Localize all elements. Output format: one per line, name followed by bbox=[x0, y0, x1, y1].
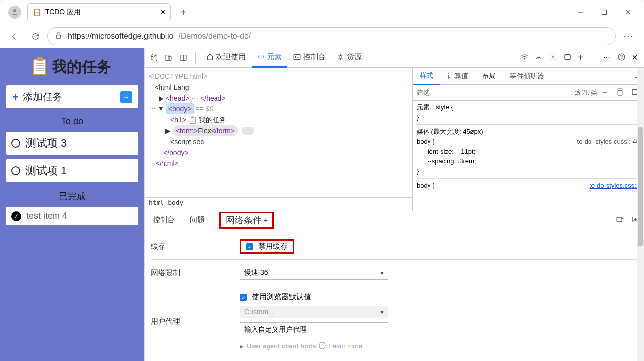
row-user-agent: 用户代理 ✓ 使用浏览器默认值 Custom... ▾ 输入自定义用户代理 bbox=[151, 286, 638, 357]
close-tab-icon[interactable]: × bbox=[161, 8, 165, 17]
chevron-right-icon[interactable]: ▸ bbox=[240, 342, 244, 351]
checkbox-checked-icon: ✓ bbox=[246, 243, 253, 250]
address-bar[interactable]: https://microsoftedge.github.io/Demos/de… bbox=[47, 27, 616, 45]
tab-elements[interactable]: 元素 bbox=[252, 48, 287, 68]
plus-icon: + bbox=[264, 216, 268, 224]
task-label: 测试项 3 bbox=[25, 136, 67, 151]
browser-menu-button[interactable]: ⋯ bbox=[619, 27, 639, 45]
svg-rect-20 bbox=[618, 89, 622, 95]
panel-icon[interactable] bbox=[563, 53, 572, 63]
drawer-tab-network-conditions[interactable]: 网络条件 + bbox=[215, 210, 278, 231]
devtools-drawer: 控制台 问题 网络条件 + 缓存 bbox=[145, 211, 644, 361]
add-task-input[interactable]: + 添加任务 → bbox=[6, 85, 138, 108]
styles-filter-input[interactable]: 筛选 bbox=[417, 88, 567, 97]
source-link[interactable]: to-do-styles.css:1 bbox=[590, 181, 640, 191]
clear-icon[interactable] bbox=[616, 215, 624, 225]
ua-default-checkbox[interactable]: ✓ 使用浏览器默认值 bbox=[240, 292, 311, 302]
tab-sources[interactable]: 货源 bbox=[331, 48, 367, 68]
todo-section-label: To do bbox=[6, 116, 138, 127]
task-label: 测试项 1 bbox=[25, 163, 67, 178]
checkbox-checked-icon: ✓ bbox=[240, 294, 247, 301]
svg-point-13 bbox=[524, 59, 524, 60]
plus-icon: + bbox=[12, 91, 19, 103]
svg-rect-2 bbox=[602, 10, 607, 15]
ellipsis-icon[interactable]: ⋯ bbox=[149, 103, 156, 114]
ua-custom-input[interactable]: 输入自定义用户代理 bbox=[240, 322, 388, 337]
clipboard-icon bbox=[33, 59, 46, 75]
tab-title: TODO 应用 bbox=[45, 8, 81, 17]
network-online-icon[interactable] bbox=[520, 53, 529, 63]
disable-cache-checkbox[interactable]: ✓ 禁用缓存 bbox=[240, 239, 294, 254]
drawer-tab-console[interactable]: 控制台 bbox=[149, 213, 179, 227]
browser-tab[interactable]: 📋 TODO 应用 × bbox=[27, 3, 171, 21]
minimize-button[interactable] bbox=[569, 4, 592, 20]
svg-rect-7 bbox=[168, 56, 171, 60]
task-row[interactable]: 测试项 3 bbox=[6, 132, 138, 155]
address-bar-row: https://microsoftedge.github.io/Demos/de… bbox=[0, 24, 644, 48]
maximize-button[interactable] bbox=[593, 4, 616, 20]
selected-dom-node[interactable]: <body> bbox=[166, 103, 194, 114]
more-options-icon[interactable]: ⋯ bbox=[603, 54, 611, 62]
dom-tree-panel: <!DOCTYPE html> <html Lang ▶ <head> ⋯ </… bbox=[145, 68, 412, 211]
toggle-classes-icon[interactable] bbox=[616, 88, 624, 98]
device-toolbar-button[interactable] bbox=[161, 52, 175, 64]
scrollbar-thumb[interactable] bbox=[638, 127, 643, 246]
dom-breadcrumb[interactable]: html body bbox=[145, 197, 412, 211]
row-cache: 缓存 ✓ 禁用缓存 bbox=[151, 233, 638, 260]
help-icon[interactable] bbox=[617, 53, 626, 63]
uach-section-title: User agent client hints bbox=[247, 342, 316, 350]
hov-label[interactable]: : 滚刀. 类 bbox=[571, 88, 597, 97]
add-task-label: 添加任务 bbox=[23, 90, 62, 103]
dock-button[interactable] bbox=[176, 52, 190, 64]
styles-tab-styles[interactable]: 样式 bbox=[413, 68, 440, 85]
task-row-done[interactable]: ✓ test item 4 bbox=[6, 207, 138, 225]
tab-welcome[interactable]: 欢迎使用 bbox=[201, 48, 251, 68]
ua-select[interactable]: Custom... ▾ bbox=[240, 306, 388, 318]
add-rule-icon[interactable]: ＋ bbox=[601, 88, 609, 98]
close-window-button[interactable] bbox=[617, 4, 640, 20]
task-label: test item 4 bbox=[26, 211, 67, 221]
app-title: 我的任务 bbox=[6, 54, 138, 80]
styles-tab-computed[interactable]: 计算值 bbox=[440, 68, 475, 85]
task-row[interactable]: 测试项 1 bbox=[6, 159, 138, 182]
styles-tab-layout[interactable]: 布局 bbox=[475, 68, 503, 85]
new-tab-button[interactable]: + bbox=[175, 4, 192, 21]
settings-icon[interactable] bbox=[549, 53, 557, 63]
info-icon: ⓘ bbox=[319, 341, 326, 351]
profile-avatar[interactable] bbox=[8, 6, 21, 19]
row-throttling: 网络限制 慢速 36 ▾ bbox=[151, 260, 638, 286]
unchecked-icon[interactable] bbox=[11, 139, 20, 148]
url-path: /Demos/demo-to-do/ bbox=[178, 32, 251, 41]
lock-icon bbox=[54, 31, 63, 41]
svg-rect-8 bbox=[180, 55, 186, 60]
scrollbar[interactable] bbox=[637, 68, 644, 361]
checked-icon[interactable]: ✓ bbox=[11, 211, 21, 221]
unchecked-icon[interactable] bbox=[11, 166, 20, 175]
svg-point-15 bbox=[552, 56, 554, 58]
styles-tab-listeners[interactable]: 事件侦听器 bbox=[503, 68, 551, 85]
svg-rect-23 bbox=[617, 217, 622, 222]
back-button[interactable] bbox=[5, 27, 23, 45]
todo-app-panel: 我的任务 + 添加任务 → To do 测试项 3 测试项 1 已完成 ✓ te… bbox=[0, 48, 144, 361]
tab-console[interactable]: 控制台 bbox=[288, 48, 330, 68]
source-link[interactable]: to-do- styles cuss : 40 bbox=[577, 137, 640, 147]
url-host: https://microsoftedge.github.io bbox=[68, 32, 173, 41]
throttling-select[interactable]: 慢速 36 ▾ bbox=[240, 266, 388, 280]
chevron-down-icon: ▾ bbox=[380, 269, 384, 277]
refresh-button[interactable] bbox=[26, 27, 44, 45]
dom-form-node[interactable]: <form> Flex</form> bbox=[173, 125, 238, 136]
svg-rect-16 bbox=[564, 54, 570, 59]
dom-tree[interactable]: <!DOCTYPE html> <html Lang ▶ <head> ⋯ </… bbox=[145, 68, 412, 197]
add-panel-button[interactable]: + bbox=[578, 52, 584, 63]
inspect-button[interactable]: 约 bbox=[148, 52, 161, 64]
chevron-down-icon: ▾ bbox=[380, 308, 384, 316]
svg-rect-5 bbox=[56, 35, 61, 38]
learn-more-link[interactable]: Learn more bbox=[329, 342, 362, 350]
style-rules[interactable]: 元素。style { } 媒体 (最大宽度: 45øpx) body { to-… bbox=[413, 101, 644, 211]
drawer-tab-issues[interactable]: 问题 bbox=[186, 213, 209, 227]
submit-task-button[interactable]: → bbox=[120, 91, 132, 103]
close-devtools-icon[interactable]: × bbox=[632, 52, 638, 63]
performance-icon[interactable] bbox=[535, 53, 543, 63]
svg-point-19 bbox=[621, 58, 622, 59]
svg-point-0 bbox=[13, 9, 16, 12]
